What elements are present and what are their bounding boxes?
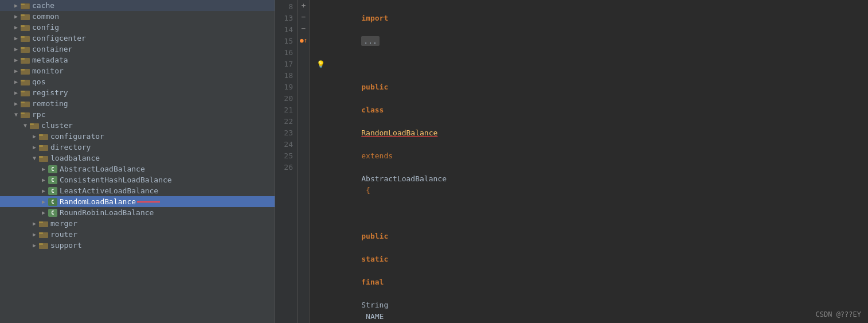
folder-icon: [30, 122, 39, 130]
breakpoint-marker: ●↑: [298, 34, 309, 46]
svg-rect-30: [39, 156, 43, 158]
svg-rect-8: [21, 36, 25, 38]
sidebar-label: RandomLoadBalance: [60, 197, 136, 206]
lightbulb-icon: 💡: [316, 59, 325, 70]
sidebar-label: support: [50, 241, 82, 250]
svg-rect-18: [21, 91, 25, 92]
sidebar-label: common: [32, 12, 59, 21]
sidebar-label: AbstractLoadBalance: [60, 165, 145, 173]
sidebar-item-config[interactable]: config: [0, 22, 275, 33]
sidebar-item-monitor[interactable]: monitor: [0, 65, 275, 76]
folder-icon: [39, 242, 48, 250]
tree-arrow: [11, 79, 21, 85]
folder-icon: [21, 13, 30, 21]
svg-rect-10: [21, 47, 25, 49]
folder-icon: [21, 45, 30, 53]
sidebar-item-loadbalance[interactable]: loadbalance: [0, 153, 275, 164]
tree-arrow: [39, 209, 48, 216]
tree-arrow: [39, 166, 48, 172]
sidebar-item-abstractloadbalance[interactable]: C AbstractLoadBalance: [0, 164, 275, 174]
sidebar-item-metadata[interactable]: metadata: [0, 55, 275, 65]
sidebar-item-container[interactable]: container: [0, 44, 275, 55]
svg-rect-6: [21, 25, 25, 27]
sidebar-label: metadata: [32, 56, 68, 64]
sidebar-label: router: [50, 230, 77, 239]
sidebar-item-qos[interactable]: qos: [0, 76, 275, 87]
sidebar-item-remoting[interactable]: remoting: [0, 98, 275, 109]
gutter-area: + − − ●↑: [298, 0, 310, 323]
sidebar-item-consistenthash[interactable]: C ConsistentHashLoadBalance: [0, 174, 275, 185]
sidebar-label: registry: [32, 88, 68, 97]
sidebar-label: remoting: [32, 99, 68, 108]
sidebar-label: LeastActiveLoadBalance: [60, 186, 158, 195]
sidebar-item-merger[interactable]: merger: [0, 218, 275, 229]
folder-icon: [21, 100, 30, 108]
svg-rect-20: [21, 102, 25, 103]
tree-arrow: [11, 68, 21, 74]
sidebar-item-common[interactable]: common: [0, 11, 275, 22]
sidebar-label: container: [32, 45, 72, 53]
tree-arrow: [39, 177, 48, 183]
class-icon-abstract: C: [48, 176, 57, 184]
sidebar-label: config: [32, 23, 59, 32]
class-icon-abstract: C: [48, 209, 57, 217]
tree-arrow: [11, 100, 21, 107]
tree-arrow: [11, 24, 21, 30]
tree-arrow: [11, 111, 21, 118]
svg-rect-28: [39, 145, 43, 147]
tree-arrow: [30, 133, 39, 139]
sidebar-label: cache: [32, 1, 54, 10]
tree-arrow: [39, 188, 48, 194]
tree-arrow: [21, 122, 30, 129]
folder-icon: [39, 220, 48, 228]
tree-arrow: [39, 199, 48, 205]
sidebar-label: RoundRobinLoadBalance: [60, 208, 154, 217]
tree-arrow: [30, 242, 39, 248]
sidebar-item-configurator[interactable]: configurator: [0, 131, 275, 142]
svg-rect-1: [21, 3, 25, 5]
folder-icon: [39, 133, 48, 141]
sidebar-item-directory[interactable]: directory: [0, 142, 275, 153]
sidebar-item-registry[interactable]: registry: [0, 87, 275, 98]
sidebar-item-router[interactable]: router: [0, 229, 275, 240]
class-icon-abstract: C: [48, 165, 57, 173]
folder-icon: [21, 24, 30, 32]
fold-marker-constructor[interactable]: −: [298, 11, 309, 23]
code-line-15: public static final String NAME = "rando…: [316, 208, 868, 323]
svg-rect-24: [30, 123, 34, 125]
svg-rect-36: [39, 243, 43, 245]
folder-icon: [21, 67, 30, 75]
tree-arrow: [11, 2, 21, 9]
sidebar-label: rpc: [32, 110, 45, 119]
sidebar-label: merger: [50, 219, 77, 228]
sidebar-item-support[interactable]: support: [0, 240, 275, 251]
sidebar-label: cluster: [41, 121, 73, 130]
sidebar-item-cluster[interactable]: cluster: [0, 120, 275, 131]
sidebar-item-leastactive[interactable]: C LeastActiveLoadBalance: [0, 185, 275, 196]
sidebar-item-configcenter[interactable]: configcenter: [0, 33, 275, 44]
svg-rect-14: [21, 69, 25, 71]
svg-rect-12: [21, 58, 25, 60]
code-content: import ... 💡 public class RandomLoadBala…: [310, 0, 868, 323]
sidebar-item-cache[interactable]: cache: [0, 0, 275, 11]
folder-icon: [21, 89, 30, 97]
code-line-13: 💡: [316, 59, 868, 70]
sidebar-label: ConsistentHashLoadBalance: [60, 176, 172, 184]
folder-icon: [39, 154, 48, 162]
sidebar-item-randomloadbalance[interactable]: C RandomLoadBalance: [0, 196, 275, 207]
tree-arrow: [11, 57, 21, 63]
code-line-14: public class RandomLoadBalance extends A…: [316, 70, 868, 208]
file-tree[interactable]: cache common config configcenter contain…: [0, 0, 275, 323]
svg-rect-32: [39, 221, 43, 223]
tree-arrow: [11, 89, 21, 96]
fold-marker[interactable]: +: [298, 0, 309, 11]
sidebar-item-roundrobin[interactable]: C RoundRobinLoadBalance: [0, 207, 275, 218]
tree-arrow: [11, 46, 21, 52]
folder-icon: [21, 34, 30, 42]
tree-arrow: [30, 231, 39, 238]
fold-marker-close[interactable]: −: [298, 23, 309, 34]
class-icon-abstract: C: [48, 187, 57, 195]
sidebar-item-rpc[interactable]: rpc: [0, 109, 275, 120]
sidebar-label: directory: [50, 143, 91, 151]
sidebar-label: monitor: [32, 67, 64, 75]
